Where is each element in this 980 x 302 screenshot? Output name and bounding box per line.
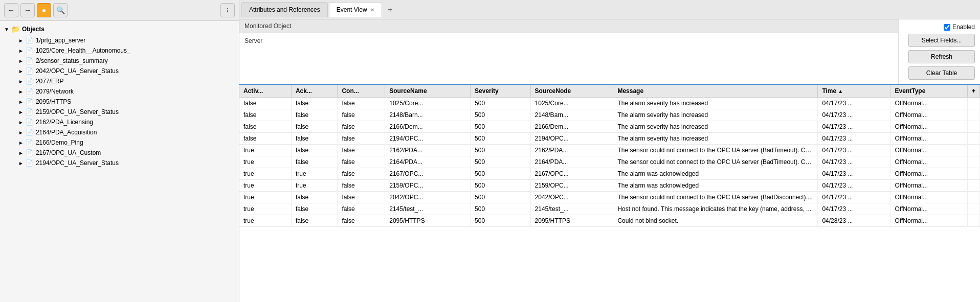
cell-time: 04/17/23 ... — [818, 145, 890, 156]
cell-severity: 500 — [471, 168, 531, 180]
item-icon: 📄 — [26, 159, 33, 167]
tree-item-0[interactable]: ►📄1/prtg_app_server — [14, 35, 239, 45]
tree-item-label: 2/sensor_status_summary — [36, 57, 108, 64]
select-fields-button[interactable]: Select Fields... — [908, 34, 975, 47]
table-row[interactable]: truefalsefalse2164/PDA...5002164/PDA...T… — [239, 156, 980, 168]
clear-table-button[interactable]: Clear Table — [908, 66, 975, 80]
cell-active: true — [239, 215, 291, 227]
table-row[interactable]: falsefalsefalse2166/Dem...5002166/Dem...… — [239, 121, 980, 133]
col-header-active[interactable]: Activ... — [239, 85, 291, 98]
tree-item-9[interactable]: ►📄2164/PDA_Acquisition — [14, 127, 239, 137]
cell-message: The alarm severity has increased — [613, 133, 818, 145]
cell-active: true — [239, 145, 291, 156]
refresh-button[interactable]: Refresh — [908, 50, 975, 63]
tree-item-8[interactable]: ►📄2162/PDA_Licensing — [14, 117, 239, 127]
col-header-plus[interactable]: + — [967, 85, 979, 98]
tab-attributes[interactable]: Attributes and References — [241, 2, 328, 17]
item-icon: 📄 — [26, 129, 33, 136]
item-icon: 📄 — [26, 37, 33, 44]
cell-eventtype: OffNormal... — [890, 145, 967, 156]
item-icon: 📄 — [26, 78, 33, 85]
cell-sourcenode: 2166/Dem... — [530, 121, 613, 133]
table-row[interactable]: truetruefalse2167/OPC...5002167/OPC...Th… — [239, 168, 980, 180]
table-row[interactable]: truefalsefalse2095/HTTPS5002095/HTTPSCou… — [239, 215, 980, 227]
forward-button[interactable]: → — [20, 3, 35, 17]
tree-container: ▼ 📁 Objects ►📄1/prtg_app_server►📄1025/Co… — [0, 21, 239, 302]
cell-sourcenode: 2164/PDA... — [530, 156, 613, 168]
tree-item-2[interactable]: ►📄2/sensor_status_summary — [14, 56, 239, 66]
cell-ack: true — [291, 180, 337, 192]
tree-item-label: 2077/ERP — [36, 78, 64, 85]
cell-sourcename: 2162/PDA... — [385, 145, 471, 156]
tree-item-bullet: ► — [18, 68, 24, 74]
cell-plus — [967, 133, 979, 145]
cell-sourcenode: 2145/test_... — [530, 203, 613, 215]
search-button[interactable]: 🔍 — [53, 3, 68, 17]
cell-eventtype: OffNormal... — [890, 168, 967, 180]
tab-add-button[interactable]: + — [384, 4, 396, 16]
col-header-sourcenode[interactable]: SourceNode — [530, 85, 613, 98]
tree-item-5[interactable]: ►📄2079/Network — [14, 86, 239, 97]
cell-plus — [967, 192, 979, 203]
item-icon: 📄 — [26, 98, 33, 105]
monitored-section: Monitored Object Server Enabled Select F… — [239, 19, 980, 85]
col-header-severity[interactable]: Severity — [471, 85, 531, 98]
cell-active: false — [239, 109, 291, 121]
cell-plus — [967, 215, 979, 227]
cell-sourcename: 1025/Core... — [385, 98, 471, 109]
monitored-left: Monitored Object Server — [239, 19, 898, 84]
tree-item-11[interactable]: ►📄2167/OPC_UA_Custom — [14, 148, 239, 158]
cell-message: The sensor could not connect to the OPC … — [613, 156, 818, 168]
events-data-table: Activ...Ack...Con...SourceNameSeveritySo… — [239, 85, 980, 227]
sort-arrow: ▲ — [838, 88, 843, 94]
col-header-message[interactable]: Message — [613, 85, 818, 98]
tree-item-10[interactable]: ►📄2166/Demo_Ping — [14, 137, 239, 148]
table-row[interactable]: truefalsefalse2145/test_...5002145/test_… — [239, 203, 980, 215]
table-row[interactable]: truefalsefalse2162/PDA...5002162/PDA...T… — [239, 145, 980, 156]
col-header-time[interactable]: Time▲ — [818, 85, 890, 98]
grid-button[interactable]: ⁝ — [220, 3, 235, 17]
cell-plus — [967, 98, 979, 109]
tree-item-label: 2162/PDA_Licensing — [36, 119, 93, 126]
tree-item-label: 2095/HTTPS — [36, 98, 71, 105]
tree-item-bullet: ► — [18, 48, 24, 54]
tab-event-view-close[interactable]: ✕ — [370, 7, 374, 13]
tree-item-7[interactable]: ►📄2159/OPC_UA_Server_Status — [14, 107, 239, 117]
tree-item-bullet: ► — [18, 58, 24, 64]
stop-reload-button[interactable]: ● — [37, 3, 51, 17]
col-header-eventtype[interactable]: EventType — [890, 85, 967, 98]
col-header-con[interactable]: Con... — [338, 85, 385, 98]
tree-root-objects[interactable]: ▼ 📁 Objects — [0, 23, 239, 35]
table-body: falsefalsefalse1025/Core...5001025/Core.… — [239, 98, 980, 227]
table-row[interactable]: truetruefalse2159/OPC...5002159/OPC...Th… — [239, 180, 980, 192]
cell-plus — [967, 145, 979, 156]
table-row[interactable]: falsefalsefalse1025/Core...5001025/Core.… — [239, 98, 980, 109]
tree-item-label: 2194/OPC_UA_Server_Status — [36, 159, 119, 167]
cell-plus — [967, 168, 979, 180]
col-header-ack[interactable]: Ack... — [291, 85, 337, 98]
tree-item-label: 1025/Core_Health__Autonomous_ — [36, 47, 130, 54]
tree-item-1[interactable]: ►📄1025/Core_Health__Autonomous_ — [14, 45, 239, 56]
tree-item-6[interactable]: ►📄2095/HTTPS — [14, 97, 239, 107]
enabled-checkbox[interactable] — [944, 24, 950, 31]
cell-time: 04/17/23 ... — [818, 192, 890, 203]
table-row[interactable]: falsefalsefalse2194/OPC...5002194/OPC...… — [239, 133, 980, 145]
cell-ack: false — [291, 98, 337, 109]
tab-event-view[interactable]: Event View ✕ — [329, 2, 382, 17]
table-row[interactable]: truefalsefalse2042/OPC...5002042/OPC...T… — [239, 192, 980, 203]
table-row[interactable]: falsefalsefalse2148/Barn...5002148/Barn.… — [239, 109, 980, 121]
cell-ack: false — [291, 145, 337, 156]
cell-con: false — [338, 133, 385, 145]
cell-time: 04/17/23 ... — [818, 168, 890, 180]
folder-icon: 📁 — [11, 25, 20, 33]
cell-message: The alarm severity has increased — [613, 98, 818, 109]
cell-time: 04/17/23 ... — [818, 180, 890, 192]
item-icon: 📄 — [26, 57, 33, 64]
col-header-sourcename[interactable]: SourceName — [385, 85, 471, 98]
tree-item-3[interactable]: ►📄2042/OPC_UA_Server_Status — [14, 66, 239, 76]
back-button[interactable]: ← — [4, 3, 18, 17]
tree-item-4[interactable]: ►📄2077/ERP — [14, 76, 239, 86]
cell-severity: 500 — [471, 133, 531, 145]
cell-plus — [967, 156, 979, 168]
tree-item-12[interactable]: ►📄2194/OPC_UA_Server_Status — [14, 158, 239, 168]
